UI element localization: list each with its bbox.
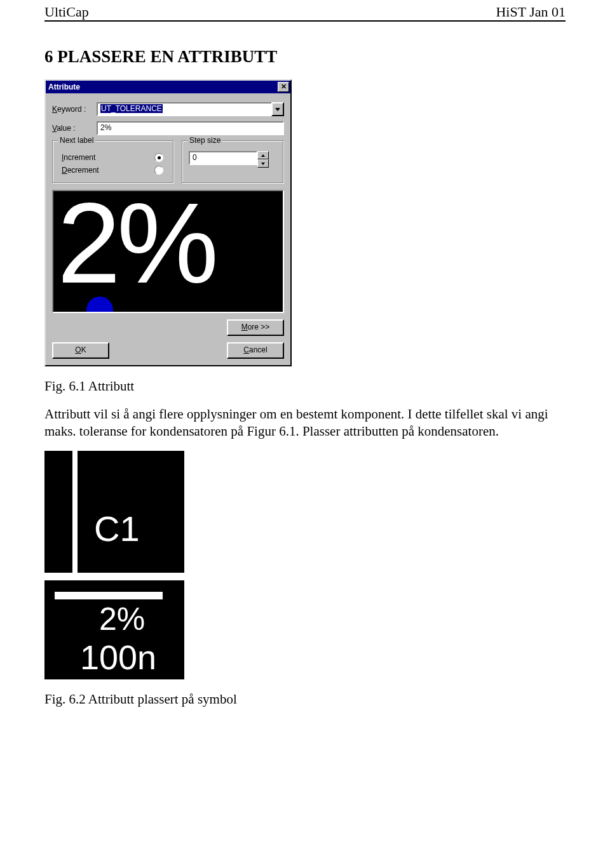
keyword-label: Keyword :: [52, 105, 97, 114]
attribute-dialog: Attribute ✕ Keyword : UT_TOLERANCE Value…: [44, 79, 292, 366]
cancel-button[interactable]: Cancel: [227, 342, 284, 359]
capacitor-plate-icon: [55, 592, 163, 599]
refdes-label: C1: [94, 508, 140, 549]
increment-radio-row[interactable]: Increment: [59, 151, 167, 164]
capacitor-plate-icon: [44, 573, 184, 580]
keyword-combobox[interactable]: UT_TOLERANCE: [97, 102, 284, 116]
value-input[interactable]: 2%: [97, 121, 284, 135]
body-paragraph: Attributt vil si å angi flere opplysning…: [44, 406, 566, 439]
close-icon[interactable]: ✕: [278, 82, 289, 92]
spin-down-icon[interactable]: [257, 159, 269, 168]
next-label-group: Next label Increment Decrement: [52, 140, 174, 184]
spin-up-icon[interactable]: [257, 151, 269, 159]
section-title: 6 PLASSERE EN ATTRIBUTT: [44, 47, 566, 67]
header-left: UltiCap: [44, 4, 89, 20]
preview-text: 2%: [57, 190, 215, 309]
keyword-input[interactable]: UT_TOLERANCE: [97, 102, 271, 116]
value-label: Value :: [52, 124, 97, 133]
step-size-group: Step size 0: [182, 140, 284, 184]
step-size-legend: Step size: [187, 136, 222, 145]
radio-icon[interactable]: [154, 166, 163, 175]
more-button[interactable]: More >>: [227, 319, 284, 336]
doc-header: UltiCap HiST Jan 01: [44, 0, 566, 22]
decrement-radio-row[interactable]: Decrement: [59, 164, 167, 177]
radio-icon[interactable]: [154, 153, 163, 162]
step-size-input[interactable]: 0: [189, 151, 257, 165]
header-right: HiST Jan 01: [496, 4, 566, 20]
preview-pane: 2%: [52, 190, 284, 313]
chevron-down-icon[interactable]: [271, 102, 284, 116]
figure-caption-1: Fig. 6.1 Attributt: [44, 378, 566, 394]
dialog-title: Attribute: [48, 83, 80, 91]
capacitor-lead-icon: [72, 451, 78, 573]
figure-caption-2: Fig. 6.2 Attributt plassert på symbol: [44, 691, 566, 707]
dialog-titlebar[interactable]: Attribute ✕: [46, 81, 290, 93]
next-label-legend: Next label: [58, 136, 95, 145]
value-label: 100n: [80, 638, 156, 677]
tolerance-label: 2%: [99, 601, 145, 638]
symbol-figure: C1 2% 100n: [44, 451, 184, 679]
ok-button[interactable]: OK: [52, 342, 109, 359]
